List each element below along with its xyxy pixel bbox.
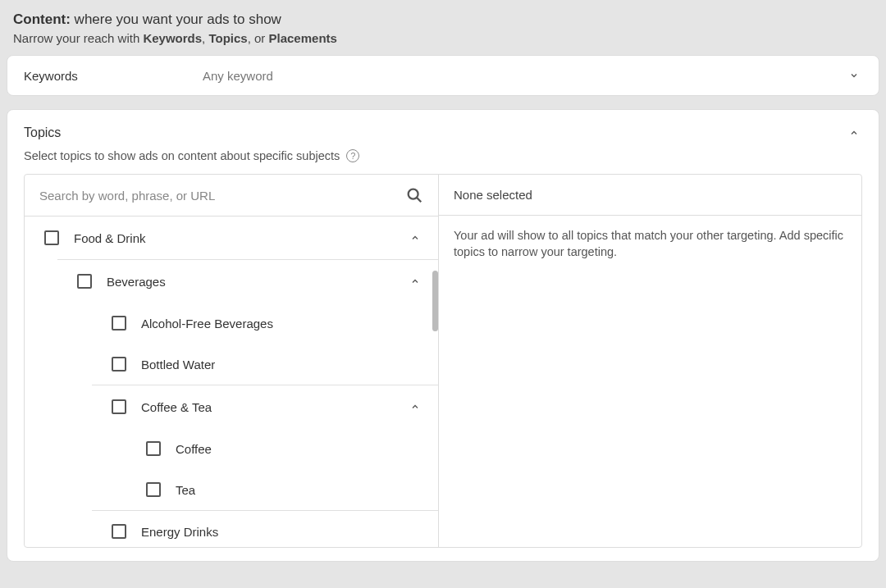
checkbox-coffee[interactable] bbox=[146, 441, 161, 456]
chevron-up-icon[interactable] bbox=[407, 399, 423, 415]
content-title-rest: where you want your ads to show bbox=[71, 11, 281, 27]
content-header: Content: where you want your ads to show… bbox=[0, 0, 886, 55]
content-title-bold: Content: bbox=[13, 11, 71, 27]
label-bottled-water: Bottled Water bbox=[141, 358, 423, 371]
selected-topics-info: Your ad will show to all topics that mat… bbox=[439, 216, 861, 272]
keywords-value: Any keyword bbox=[203, 69, 846, 83]
label-coffee: Coffee bbox=[176, 442, 423, 456]
tree-row-beverages[interactable]: Beverages bbox=[25, 260, 438, 303]
tree-row-energy-drinks[interactable]: Energy Drinks bbox=[25, 511, 438, 547]
checkbox-bottled-water[interactable] bbox=[112, 357, 126, 371]
checkbox-beverages[interactable] bbox=[77, 274, 92, 289]
checkbox-tea[interactable] bbox=[146, 482, 161, 497]
label-beverages: Beverages bbox=[107, 275, 407, 289]
help-icon[interactable]: ? bbox=[346, 149, 359, 162]
content-subtitle: Narrow your reach with Keywords, Topics,… bbox=[13, 31, 873, 45]
topics-right-panel: None selected Your ad will show to all t… bbox=[439, 175, 861, 547]
checkbox-alcohol-free[interactable] bbox=[112, 316, 126, 330]
content-title: Content: where you want your ads to show bbox=[13, 11, 873, 28]
tree-row-tea[interactable]: Tea bbox=[25, 469, 438, 510]
selected-topics-header: None selected bbox=[439, 175, 861, 216]
topic-tree: Food & Drink Beverages Alcohol-Free Beve… bbox=[25, 217, 438, 547]
chevron-up-icon[interactable] bbox=[407, 273, 423, 289]
search-icon[interactable] bbox=[405, 186, 423, 204]
topics-subtitle-row: Select topics to show ads on content abo… bbox=[7, 149, 879, 174]
search-input[interactable] bbox=[39, 189, 405, 203]
tree-row-coffee-tea[interactable]: Coffee & Tea bbox=[25, 385, 438, 428]
topics-subtitle: Select topics to show ads on content abo… bbox=[24, 149, 340, 162]
tree-row-coffee[interactable]: Coffee bbox=[25, 428, 438, 469]
topics-header: Topics bbox=[7, 110, 879, 149]
checkbox-energy-drinks[interactable] bbox=[112, 524, 126, 539]
checkbox-coffee-tea[interactable] bbox=[112, 399, 126, 414]
svg-line-1 bbox=[417, 198, 421, 202]
search-row bbox=[25, 175, 438, 217]
label-tea: Tea bbox=[176, 483, 423, 497]
label-alcohol-free: Alcohol-Free Beverages bbox=[141, 317, 423, 330]
chevron-up-icon[interactable] bbox=[407, 230, 423, 246]
topics-left-panel: Food & Drink Beverages Alcohol-Free Beve… bbox=[25, 175, 439, 547]
tree-row-food-drink[interactable]: Food & Drink bbox=[25, 217, 438, 259]
topics-title: Topics bbox=[24, 125, 846, 140]
label-coffee-tea: Coffee & Tea bbox=[141, 400, 407, 414]
tree-row-alcohol-free[interactable]: Alcohol-Free Beverages bbox=[25, 303, 438, 344]
topics-body: Food & Drink Beverages Alcohol-Free Beve… bbox=[24, 174, 862, 548]
topics-panel: Topics Select topics to show ads on cont… bbox=[7, 109, 879, 562]
label-energy-drinks: Energy Drinks bbox=[141, 525, 423, 539]
chevron-down-icon[interactable] bbox=[846, 67, 862, 84]
svg-point-0 bbox=[409, 189, 418, 199]
label-food-drink: Food & Drink bbox=[74, 231, 407, 245]
chevron-up-icon[interactable] bbox=[846, 125, 862, 141]
keywords-label: Keywords bbox=[24, 69, 203, 83]
keywords-panel[interactable]: Keywords Any keyword bbox=[7, 55, 879, 96]
checkbox-food-drink[interactable] bbox=[44, 230, 59, 245]
tree-row-bottled-water[interactable]: Bottled Water bbox=[25, 344, 438, 385]
